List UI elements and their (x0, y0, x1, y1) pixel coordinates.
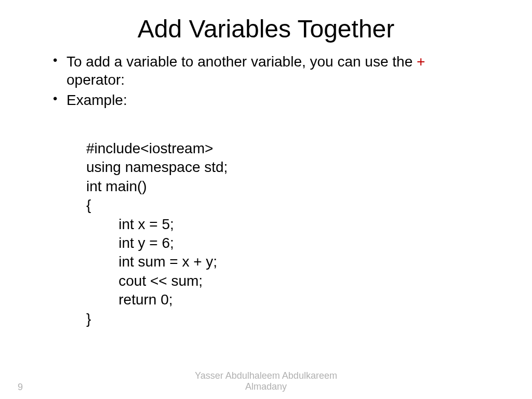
bullet-text-2: Example: (66, 92, 127, 108)
code-example: #include<iostream> using namespace std; … (51, 139, 501, 328)
slide-content: To add a variable to another variable, y… (0, 52, 532, 328)
code-line-7: int sum = x + y; (118, 254, 217, 270)
plus-operator: + (417, 54, 425, 70)
author-name-line2: Almadany (0, 381, 532, 393)
author-name-line1: Yasser Abdulhaleem Abdulkareem (0, 370, 532, 382)
slide-title: Add Variables Together (0, 0, 532, 52)
code-line-2: using namespace std; (86, 159, 228, 175)
bullet-text-1a: To add a variable to another variable, y… (66, 54, 417, 70)
code-line-4: { (86, 197, 91, 213)
code-line-10: } (86, 311, 91, 327)
bullet-item-2: Example: (51, 91, 501, 109)
footer-author: Yasser Abdulhaleem Abdulkareem Almadany (0, 370, 532, 393)
code-line-1: #include<iostream> (86, 140, 213, 156)
bullet-list: To add a variable to another variable, y… (51, 52, 501, 109)
page-number: 9 (18, 382, 23, 393)
code-line-8: cout << sum; (118, 273, 203, 289)
bullet-item-1: To add a variable to another variable, y… (51, 52, 501, 89)
code-line-9: return 0; (118, 291, 172, 308)
code-line-3: int main() (86, 178, 147, 194)
code-line-6: int y = 6; (118, 235, 174, 251)
code-line-5: int x = 5; (118, 216, 174, 232)
bullet-text-1b: operator: (66, 72, 125, 88)
